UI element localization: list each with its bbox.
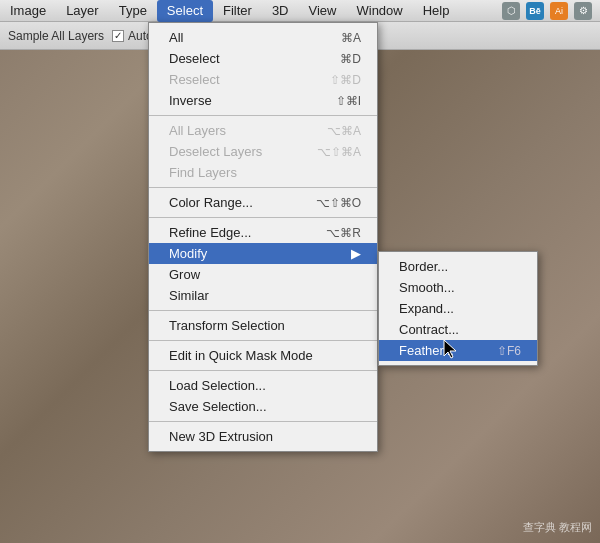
menu-item-all-layers-label: All Layers — [169, 123, 226, 138]
menu-item-deselect-layers-label: Deselect Layers — [169, 144, 262, 159]
menu-item-all-label: All — [169, 30, 183, 45]
checkmark-icon: ✓ — [114, 30, 122, 41]
menu-help[interactable]: Help — [413, 0, 460, 22]
menu-item-all-layers[interactable]: All Layers ⌥⌘A — [149, 120, 377, 141]
modify-submenu: Border... Smooth... Expand... Contract..… — [378, 251, 538, 366]
menu-window[interactable]: Window — [346, 0, 412, 22]
menu-image[interactable]: Image — [0, 0, 56, 22]
menu-item-modify-label: Modify — [169, 246, 207, 261]
modify-border-label: Border... — [399, 259, 448, 274]
icon-adobe[interactable]: Ai — [550, 2, 568, 20]
menu-item-deselect-shortcut: ⌘D — [340, 52, 361, 66]
submenu-arrow-icon: ▶ — [351, 246, 361, 261]
menu-item-transform-selection-label: Transform Selection — [169, 318, 285, 333]
modify-contract-label: Contract... — [399, 322, 459, 337]
menu-3d[interactable]: 3D — [262, 0, 299, 22]
menu-bar: Image Layer Type Select Filter 3D View W… — [0, 0, 600, 22]
menu-view[interactable]: View — [299, 0, 347, 22]
icon-behance[interactable]: Bē — [526, 2, 544, 20]
menu-item-inverse[interactable]: Inverse ⇧⌘I — [149, 90, 377, 111]
menu-item-color-range-label: Color Range... — [169, 195, 253, 210]
menu-item-find-layers-label: Find Layers — [169, 165, 237, 180]
separator-2 — [149, 187, 377, 188]
menu-item-refine-edge-shortcut: ⌥⌘R — [326, 226, 361, 240]
menu-item-similar[interactable]: Similar — [149, 285, 377, 306]
menu-item-save-selection[interactable]: Save Selection... — [149, 396, 377, 417]
menu-item-edit-quick-mask[interactable]: Edit in Quick Mask Mode — [149, 345, 377, 366]
menu-item-save-selection-label: Save Selection... — [169, 399, 267, 414]
separator-4 — [149, 310, 377, 311]
menu-layer[interactable]: Layer — [56, 0, 109, 22]
modify-smooth[interactable]: Smooth... — [379, 277, 537, 298]
menu-item-inverse-label: Inverse — [169, 93, 212, 108]
menu-item-new-3d-extrusion[interactable]: New 3D Extrusion — [149, 426, 377, 447]
menu-item-color-range[interactable]: Color Range... ⌥⇧⌘O — [149, 192, 377, 213]
modify-expand-label: Expand... — [399, 301, 454, 316]
menu-item-load-selection-label: Load Selection... — [169, 378, 266, 393]
auto-enhance-check-box[interactable]: ✓ — [112, 30, 124, 42]
menu-item-refine-edge[interactable]: Refine Edge... ⌥⌘R — [149, 222, 377, 243]
menu-item-find-layers[interactable]: Find Layers — [149, 162, 377, 183]
modify-feather[interactable]: Feather... ⇧F6 — [379, 340, 537, 361]
menu-item-all[interactable]: All ⌘A — [149, 27, 377, 48]
menu-item-deselect-layers[interactable]: Deselect Layers ⌥⇧⌘A — [149, 141, 377, 162]
menu-item-grow-label: Grow — [169, 267, 200, 282]
separator-6 — [149, 370, 377, 371]
separator-3 — [149, 217, 377, 218]
modify-feather-label: Feather... — [399, 343, 454, 358]
menu-item-modify[interactable]: Modify ▶ — [149, 243, 377, 264]
modify-border[interactable]: Border... — [379, 256, 537, 277]
menu-item-deselect[interactable]: Deselect ⌘D — [149, 48, 377, 69]
watermark: 查字典 教程网 — [523, 520, 592, 535]
menu-item-all-shortcut: ⌘A — [341, 31, 361, 45]
icon-cloud[interactable]: ⬡ — [502, 2, 520, 20]
sample-all-layers-label: Sample All Layers — [8, 29, 104, 43]
menu-item-load-selection[interactable]: Load Selection... — [149, 375, 377, 396]
icon-settings[interactable]: ⚙ — [574, 2, 592, 20]
menu-select[interactable]: Select — [157, 0, 213, 22]
menu-item-inverse-shortcut: ⇧⌘I — [336, 94, 361, 108]
menu-filter[interactable]: Filter — [213, 0, 262, 22]
menu-bar-icons: ⬡ Bē Ai ⚙ — [502, 2, 600, 20]
modify-smooth-label: Smooth... — [399, 280, 455, 295]
menu-type[interactable]: Type — [109, 0, 157, 22]
menu-item-color-range-shortcut: ⌥⇧⌘O — [316, 196, 361, 210]
modify-expand[interactable]: Expand... — [379, 298, 537, 319]
menu-item-similar-label: Similar — [169, 288, 209, 303]
select-dropdown-menu: All ⌘A Deselect ⌘D Reselect ⇧⌘D Inverse … — [148, 22, 378, 452]
separator-5 — [149, 340, 377, 341]
menu-item-all-layers-shortcut: ⌥⌘A — [327, 124, 361, 138]
menu-item-transform-selection[interactable]: Transform Selection — [149, 315, 377, 336]
menu-item-reselect-shortcut: ⇧⌘D — [330, 73, 361, 87]
menu-item-reselect-label: Reselect — [169, 72, 220, 87]
menu-item-reselect[interactable]: Reselect ⇧⌘D — [149, 69, 377, 90]
menu-item-grow[interactable]: Grow — [149, 264, 377, 285]
menu-item-deselect-layers-shortcut: ⌥⇧⌘A — [317, 145, 361, 159]
separator-1 — [149, 115, 377, 116]
menu-item-deselect-label: Deselect — [169, 51, 220, 66]
separator-7 — [149, 421, 377, 422]
modify-contract[interactable]: Contract... — [379, 319, 537, 340]
menu-item-refine-edge-label: Refine Edge... — [169, 225, 251, 240]
menu-item-new-3d-extrusion-label: New 3D Extrusion — [169, 429, 273, 444]
menu-item-edit-quick-mask-label: Edit in Quick Mask Mode — [169, 348, 313, 363]
modify-feather-shortcut: ⇧F6 — [497, 344, 521, 358]
